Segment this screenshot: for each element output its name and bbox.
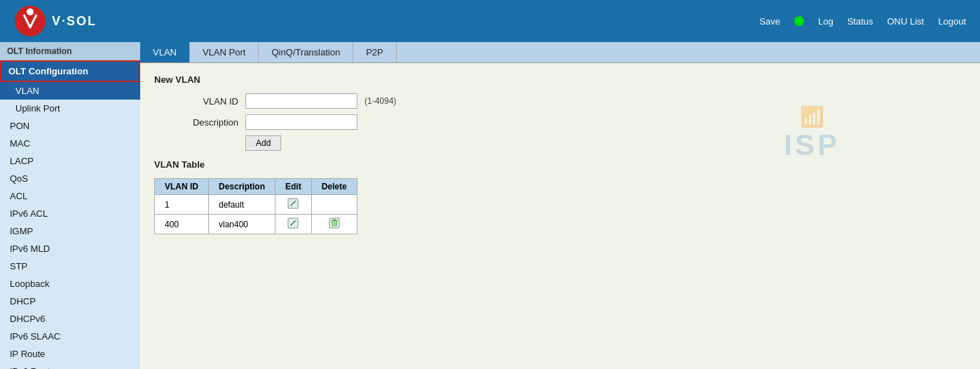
sidebar-item-ipv6-slaac[interactable]: IPv6 SLAAC: [0, 328, 140, 345]
sidebar-item-pon[interactable]: PON: [0, 117, 140, 135]
vsol-logo: [14, 5, 46, 37]
sidebar-item-dhcp[interactable]: DHCP: [0, 293, 140, 310]
sidebar-item-acl[interactable]: ACL: [0, 187, 140, 205]
tab-p2p[interactable]: P2P: [353, 42, 397, 62]
edit-button-row0[interactable]: [287, 198, 299, 211]
sidebar: OLT Information OLT Configuration VLAN U…: [0, 42, 140, 369]
delete-cell: [311, 195, 357, 215]
description-cell: default: [209, 195, 275, 215]
vsol-text: V·SOL: [52, 14, 97, 29]
description-row: Description: [154, 114, 966, 130]
olt-config-title: OLT Configuration: [0, 60, 140, 82]
vlan-id-row: VLAN ID (1-4094): [154, 93, 966, 109]
sidebar-item-dhcpv6[interactable]: DHCPv6: [0, 310, 140, 328]
new-vlan-title: New VLAN: [154, 74, 966, 85]
col-header-description: Description: [209, 179, 275, 195]
sidebar-item-vlan[interactable]: VLAN: [0, 82, 140, 100]
vlan-table: VLAN ID Description Edit Delete 1 defaul…: [154, 178, 358, 234]
onu-list-link[interactable]: ONU List: [887, 16, 925, 27]
table-row: 400 vlan400: [155, 215, 358, 234]
delete-cell: [311, 215, 357, 234]
sidebar-item-ip-route[interactable]: IP Route: [0, 345, 140, 363]
sidebar-item-stp[interactable]: STP: [0, 257, 140, 275]
olt-info-title: OLT Information: [0, 42, 140, 60]
logout-link[interactable]: Logout: [938, 16, 966, 27]
edit-icon: [287, 198, 299, 209]
sidebar-item-qos[interactable]: QoS: [0, 170, 140, 187]
table-row: 1 default: [155, 195, 358, 215]
vlan-table-title: VLAN Table: [154, 159, 966, 170]
col-header-vlan-id: VLAN ID: [155, 179, 209, 195]
isp-watermark: 📶 ISP: [784, 105, 840, 162]
tab-qinq-translation[interactable]: QinQ/Translation: [259, 42, 353, 62]
svg-line-5: [294, 221, 295, 222]
tab-bar: VLAN VLAN Port QinQ/Translation P2P: [140, 42, 980, 63]
header-nav: Save Log Status ONU List Logout: [759, 16, 966, 27]
tab-vlan[interactable]: VLAN: [140, 42, 190, 62]
logo-area: V·SOL: [14, 5, 97, 37]
sidebar-item-ipv6-acl[interactable]: IPv6 ACL: [0, 205, 140, 222]
edit-cell: [275, 195, 312, 215]
edit-icon: [287, 217, 299, 229]
main-content: VLAN VLAN Port QinQ/Translation P2P New …: [140, 42, 980, 369]
sidebar-item-ipv6-mld[interactable]: IPv6 MLD: [0, 240, 140, 257]
edit-button-row1[interactable]: [287, 217, 299, 231]
svg-line-3: [294, 201, 295, 202]
vlan-id-cell: 1: [155, 195, 209, 215]
log-link[interactable]: Log: [818, 16, 833, 27]
description-input[interactable]: [245, 114, 358, 130]
delete-button-row1[interactable]: [329, 217, 340, 231]
description-label: Description: [154, 117, 238, 128]
vlan-id-hint: (1-4094): [365, 96, 396, 106]
trash-icon: [329, 217, 340, 229]
status-link[interactable]: Status: [848, 16, 873, 27]
layout: OLT Information OLT Configuration VLAN U…: [0, 42, 980, 369]
add-button[interactable]: Add: [245, 135, 281, 151]
sidebar-item-igmp[interactable]: IGMP: [0, 222, 140, 240]
description-cell: vlan400: [209, 215, 275, 234]
vlan-id-input[interactable]: [245, 93, 358, 109]
col-header-edit: Edit: [275, 179, 312, 195]
edit-cell: [275, 215, 312, 234]
sidebar-item-uplink-port[interactable]: Uplink Port: [0, 100, 140, 117]
col-header-delete: Delete: [311, 179, 357, 195]
status-dot: [794, 16, 804, 26]
vlan-id-cell: 400: [155, 215, 209, 234]
sidebar-item-loopback[interactable]: Loopback: [0, 275, 140, 293]
sidebar-item-ipv6-route[interactable]: IPv6 Route: [0, 363, 140, 369]
isp-text: ISP: [784, 128, 840, 162]
wifi-icon: 📶: [784, 105, 840, 128]
sidebar-item-mac[interactable]: MAC: [0, 135, 140, 152]
header: V·SOL Save Log Status ONU List Logout: [0, 0, 980, 42]
content-area: New VLAN VLAN ID (1-4094) Description Ad…: [140, 63, 980, 369]
svg-point-1: [27, 8, 34, 15]
tab-vlan-port[interactable]: VLAN Port: [190, 42, 259, 62]
vlan-id-label: VLAN ID: [154, 96, 238, 107]
sidebar-item-lacp[interactable]: LACP: [0, 152, 140, 170]
save-button[interactable]: Save: [759, 16, 780, 27]
